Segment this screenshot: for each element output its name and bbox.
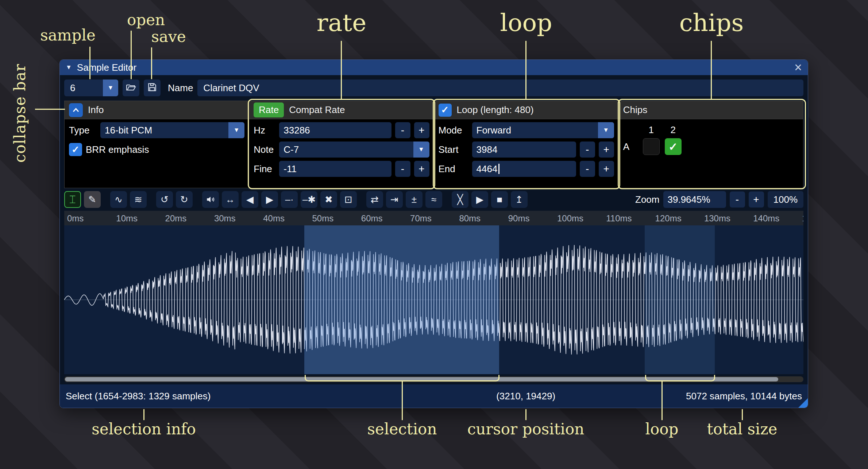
rate-button[interactable]: Rate <box>254 102 284 117</box>
undo-button[interactable]: ↺ <box>156 191 173 208</box>
zoom-value: 39.9645% <box>668 194 710 205</box>
waveform-scrollbar[interactable] <box>64 376 803 382</box>
loop-panel-header: ✓ Loop (length: 480) <box>434 101 618 119</box>
waveform-view[interactable] <box>64 225 803 374</box>
hz-plus-button[interactable]: + <box>414 122 429 138</box>
loop-start-input[interactable]: 3984 <box>472 142 576 158</box>
fade-out-button[interactable]: ▶ <box>261 191 278 208</box>
timeline-label: 30ms <box>214 213 236 224</box>
note-label: Note <box>254 144 275 155</box>
hz-value: 33286 <box>283 125 310 136</box>
selection-info-text: Select (1654-2983: 1329 samples) <box>66 391 211 402</box>
hz-minus-button[interactable]: - <box>395 122 410 138</box>
loop-panel: ✓ Loop (length: 480) Mode Forward ▼ Star… <box>434 101 619 188</box>
sample-number-dropdown[interactable]: 6 ▼ <box>64 80 118 96</box>
hz-input[interactable]: 33286 <box>279 122 391 138</box>
loop-end-input[interactable]: 4464 <box>472 161 576 177</box>
zoom-reset-button[interactable]: 100% <box>768 191 804 208</box>
loop-enable-checkbox[interactable]: ✓ <box>439 104 452 117</box>
delete-button[interactable]: ✖ <box>320 191 337 208</box>
export-button[interactable]: ↥ <box>511 191 528 208</box>
type-dropdown[interactable]: 16-bit PCM ▼ <box>100 122 244 138</box>
apply-silence-button[interactable]: –✱ <box>301 191 317 208</box>
loop-mode-dropdown[interactable]: Forward ▼ <box>472 122 614 138</box>
normalize-button[interactable]: ↔ <box>222 191 239 208</box>
timeline-label: 120ms <box>655 213 682 224</box>
timeline-label: 50ms <box>312 213 334 224</box>
reverse-button[interactable]: ⇄ <box>366 191 383 208</box>
draw-mode-button[interactable]: ✎ <box>84 191 101 208</box>
resample-button[interactable]: ∿ <box>110 191 127 208</box>
chevron-down-icon: ▼ <box>228 122 244 138</box>
floppy-icon <box>147 82 157 93</box>
stop-preview-button[interactable]: ■ <box>491 191 508 208</box>
select-mode-button[interactable]: ⌶ <box>64 191 81 208</box>
close-icon[interactable]: × <box>794 61 802 74</box>
loop-panel-body: Mode Forward ▼ Start 3984 - + <box>434 119 618 188</box>
timeline-label: 60ms <box>361 213 383 224</box>
note-dropdown[interactable]: C-7 ▼ <box>279 142 429 158</box>
fine-label: Fine <box>254 163 275 175</box>
fine-input[interactable]: -11 <box>279 161 391 177</box>
check-icon: ✓ <box>668 140 678 153</box>
annotation-line-rate <box>341 41 342 99</box>
timeline-label: 90ms <box>508 213 530 224</box>
chips-panel: Chips 1 2 A ✓ <box>619 101 803 188</box>
insert-silence-button[interactable]: –· <box>281 191 298 208</box>
zoom-input[interactable]: 39.9645% <box>663 191 726 208</box>
info-panel-body: Type 16-bit PCM ▼ ✓ BRR emphasis <box>65 119 249 188</box>
annotation-line-cursor-position <box>525 409 526 420</box>
loop-start-minus-button[interactable]: - <box>580 142 595 158</box>
fine-minus-button[interactable]: - <box>395 161 410 177</box>
type-label: Type <box>69 125 97 136</box>
fine-value: -11 <box>283 163 297 175</box>
text-caret <box>498 164 499 174</box>
create-wavetable-button[interactable]: ≋ <box>130 191 147 208</box>
scrollbar-thumb[interactable] <box>65 377 778 381</box>
loop-start-plus-button[interactable]: + <box>599 142 614 158</box>
timeline-label: 110ms <box>606 213 632 224</box>
name-input[interactable]: Clarinet DQV <box>197 80 803 96</box>
chip-a2-checkbox[interactable]: ✓ <box>665 138 682 155</box>
loop-end-minus-button[interactable]: - <box>580 161 595 177</box>
loop-end-plus-button[interactable]: + <box>599 161 614 177</box>
fine-plus-button[interactable]: + <box>414 161 429 177</box>
speaker-icon <box>206 195 215 204</box>
annotation-open: open <box>127 11 165 29</box>
info-panel-title: Info <box>88 104 104 116</box>
loop-end-label: End <box>439 163 468 175</box>
waveform-svg <box>64 225 803 374</box>
timeline-label: 100ms <box>557 213 583 224</box>
chip-a1-checkbox[interactable] <box>643 138 660 155</box>
timeline-label: 130ms <box>704 213 730 224</box>
annotation-loop: loop <box>500 9 552 37</box>
filter-button[interactable]: ≈ <box>425 191 442 208</box>
chip-row-a: A <box>623 141 629 152</box>
chevron-down-icon: ▼ <box>598 122 614 138</box>
sign-change-button[interactable]: ± <box>406 191 423 208</box>
rate-panel-header: Rate Compat Rate <box>249 101 433 119</box>
preview-button[interactable]: ▶ <box>471 191 488 208</box>
collapse-info-button[interactable] <box>69 103 83 117</box>
amplify-button[interactable] <box>202 191 219 208</box>
brr-emphasis-checkbox[interactable]: ✓ <box>69 143 82 156</box>
annotation-line-collapse-bar <box>35 109 65 110</box>
redo-button[interactable]: ↻ <box>176 191 193 208</box>
save-button[interactable] <box>144 80 161 96</box>
annotation-total-size: total size <box>707 420 778 438</box>
resize-grip[interactable] <box>798 398 808 408</box>
crossfade-button[interactable]: ╳ <box>452 191 468 208</box>
window-collapse-icon[interactable]: ▼ <box>66 64 72 71</box>
folder-open-icon <box>126 83 136 93</box>
annotation-sample: sample <box>40 26 96 44</box>
open-button[interactable] <box>123 80 139 96</box>
zoom-in-button[interactable]: + <box>749 191 764 208</box>
trim-button[interactable]: ⊡ <box>340 191 357 208</box>
annotation-cursor-position: cursor position <box>467 420 585 438</box>
fade-in-button[interactable]: ◀ <box>242 191 258 208</box>
invert-button[interactable]: ⇥ <box>386 191 403 208</box>
zoom-out-button[interactable]: - <box>730 191 745 208</box>
page: sample open save rate loop chips collaps… <box>0 0 868 469</box>
zoom-label: Zoom <box>635 194 659 205</box>
annotation-line-open <box>131 31 132 79</box>
